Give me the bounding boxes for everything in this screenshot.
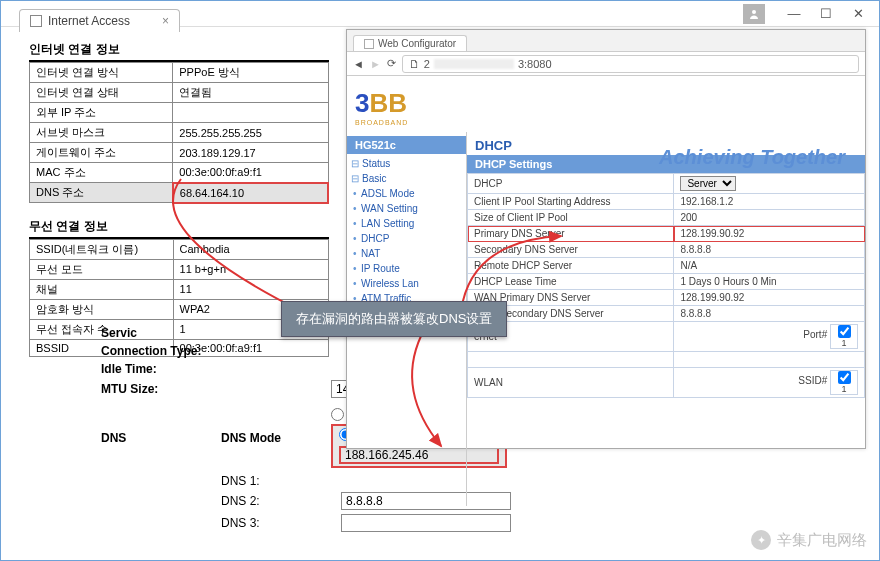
wireless-info-heading: 무선 연결 정보 — [29, 218, 329, 239]
wechat-icon: ✦ — [751, 530, 771, 550]
idle-time-label: Idle Time: — [101, 362, 251, 376]
browser-tab[interactable]: Web Configurator — [353, 35, 467, 51]
dns3-input[interactable] — [341, 514, 511, 532]
nav-adsl[interactable]: ADSL Mode — [347, 186, 466, 201]
internet-info-heading: 인터넷 연결 정보 — [29, 41, 329, 62]
nav-wan[interactable]: WAN Setting — [347, 201, 466, 216]
conn-type-label: Connection Type: — [101, 344, 251, 358]
brand-logo: 3BBBROADBAND — [347, 76, 865, 138]
nav-wlan[interactable]: Wireless Lan — [347, 276, 466, 291]
svg-point-0 — [752, 10, 756, 14]
nav-nat[interactable]: NAT — [347, 246, 466, 261]
minimize-button[interactable]: — — [787, 7, 801, 21]
browser-window: Web Configurator ◄ ► ⟳ 🗋23:8080 3BBBROAD… — [346, 29, 866, 449]
user-icon — [743, 4, 765, 24]
close-button[interactable]: ✕ — [851, 7, 865, 21]
servic-label: Servic — [101, 326, 251, 340]
port-checkbox[interactable] — [838, 325, 851, 338]
tab-close-icon[interactable]: × — [162, 14, 169, 28]
address-bar[interactable]: 🗋23:8080 — [402, 55, 859, 73]
dhcp-table: DHCPServer Client IP Pool Starting Addre… — [467, 173, 865, 398]
tab-internet-access[interactable]: Internet Access × — [19, 9, 180, 32]
router-model: HG521c — [347, 136, 466, 154]
dhcp-mode-select[interactable]: Server — [680, 176, 736, 191]
page-icon — [364, 39, 374, 49]
page-icon — [30, 15, 42, 27]
dns-heading: DNS — [101, 431, 221, 445]
dns-address-label: DNS 주소 — [30, 183, 173, 203]
primary-dns-value: 128.199.90.92 — [674, 226, 865, 242]
nav-iproute[interactable]: IP Route — [347, 261, 466, 276]
callout-box: 存在漏洞的路由器被篡改DNS设置 — [281, 301, 507, 337]
reload-icon[interactable]: ⟳ — [387, 57, 396, 70]
dns-address-value: 68.64.164.10 — [173, 183, 328, 203]
ssid-checkbox[interactable] — [838, 371, 851, 384]
nav-fwd-icon[interactable]: ► — [370, 58, 381, 70]
dns3-label: DNS 3: — [221, 516, 341, 530]
nav-dhcp[interactable]: DHCP — [347, 231, 466, 246]
nav-lan[interactable]: LAN Setting — [347, 216, 466, 231]
nav-basic[interactable]: Basic — [347, 171, 466, 186]
dns-mode-label: DNS Mode — [221, 431, 331, 445]
brand-slogan: Achieving Together — [659, 146, 845, 169]
mtu-label: MTU Size: — [101, 382, 251, 396]
maximize-button[interactable]: ☐ — [819, 7, 833, 21]
tab-label: Internet Access — [48, 14, 130, 28]
nav-status[interactable]: Status — [347, 156, 466, 171]
watermark: ✦ 辛集广电网络 — [751, 530, 867, 550]
dns2-label: DNS 2: — [221, 494, 341, 508]
nav-back-icon[interactable]: ◄ — [353, 58, 364, 70]
internet-info-table: 인터넷 연결 방식PPPoE 방식 인터넷 연결 상태연결됨 외부 IP 주소 … — [29, 62, 329, 204]
primary-dns-label: Primary DNS Server — [468, 226, 674, 242]
